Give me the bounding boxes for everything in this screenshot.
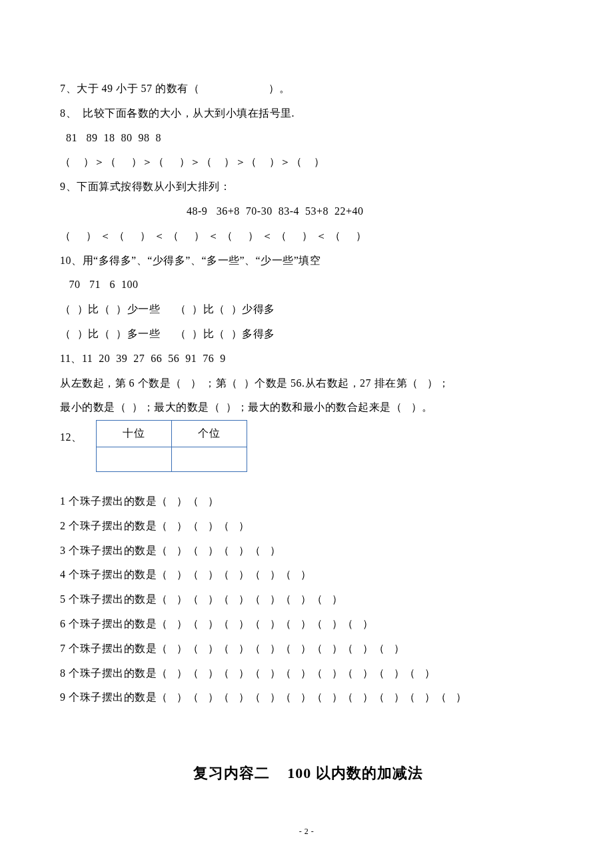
- q10-intro: 10、用“多得多”、“少得多”、“多一些”、“少一些”填空: [60, 249, 556, 273]
- ones-cell: [171, 447, 247, 471]
- q11-line1: 从左数起，第 6 个数是（ ） ；第（ ）个数是 56.从右数起，27 排在第（…: [60, 371, 556, 396]
- q9-expressions: 48-9 36+8 70-30 83-4 53+8 22+40: [60, 199, 556, 224]
- beads-9: 9 个珠子摆出的数是（ ）（ ）（ ）（ ）（ ）（ ）（ ）（ ）（ ）（ ）: [60, 685, 556, 710]
- q8-intro: 8、 比较下面各数的大小，从大到小填在括号里.: [60, 101, 556, 126]
- q11-line2: 最小的数是（ ）；最大的数是（ ）；最大的数和最小的数合起来是（ ）。: [60, 395, 556, 420]
- q12-row: 12、 十位 个位: [60, 420, 556, 472]
- q12-label: 12、: [60, 420, 83, 450]
- beads-2: 2 个珠子摆出的数是（ ）（ ）（ ）: [60, 514, 556, 539]
- tens-cell: [96, 447, 171, 471]
- q11-numbers: 11、11 20 39 27 66 56 91 76 9: [60, 347, 556, 371]
- q9-brackets: （ ） ＜ （ ） ＜ （ ） ＜ （ ） ＜ （ ） ＜ （ ）: [60, 224, 556, 249]
- beads-4: 4 个珠子摆出的数是（ ）（ ）（ ）（ ）（ ）: [60, 563, 556, 587]
- section-heading-2: 复习内容二 100 以内数的加减法: [60, 757, 556, 791]
- q10-row1: （ ）比（ ）少一些 （ ）比（ ）少得多: [60, 297, 556, 322]
- beads-5: 5 个珠子摆出的数是（ ）（ ）（ ）（ ）（ ）（ ）: [60, 587, 556, 612]
- beads-1: 1 个珠子摆出的数是（ ）（ ）: [60, 489, 556, 514]
- ones-header: 个位: [171, 421, 247, 447]
- q10-row2: （ ）比（ ）多一些 （ ）比（ ）多得多: [60, 322, 556, 347]
- beads-3: 3 个珠子摆出的数是（ ）（ ）（ ）（ ）: [60, 539, 556, 563]
- spacer: [60, 710, 556, 757]
- tens-header: 十位: [96, 421, 171, 447]
- page-number: - 2 -: [0, 823, 613, 841]
- spacer: [60, 472, 556, 489]
- beads-8: 8 个珠子摆出的数是（ ）（ ）（ ）（ ）（ ）（ ）（ ）（ ）（ ）: [60, 661, 556, 686]
- q8-numbers: 81 89 18 80 98 8: [60, 126, 556, 151]
- beads-6: 6 个珠子摆出的数是（ ）（ ）（ ）（ ）（ ）（ ）（ ）: [60, 612, 556, 637]
- beads-7: 7 个珠子摆出的数是（ ）（ ）（ ）（ ）（ ）（ ）（ ）（ ）: [60, 637, 556, 661]
- worksheet-page: 7、大于 49 小于 57 的数有（ ）。 8、 比较下面各数的大小，从大到小填…: [0, 0, 613, 868]
- q8-brackets: （ ）＞（ ）＞（ ）＞（ ）＞（ ）＞（ ）: [60, 150, 556, 175]
- q10-numbers: 70 71 6 100: [60, 273, 556, 297]
- place-value-table: 十位 个位: [96, 420, 247, 472]
- q7-line: 7、大于 49 小于 57 的数有（ ）。: [60, 77, 556, 101]
- q9-intro: 9、下面算式按得数从小到大排列：: [60, 175, 556, 199]
